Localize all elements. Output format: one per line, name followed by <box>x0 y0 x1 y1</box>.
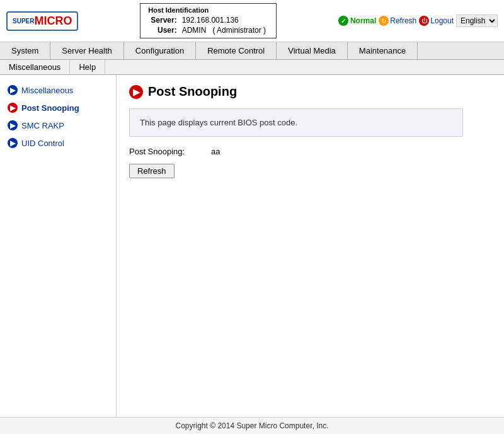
sub-nav: Miscellaneous Help <box>0 60 504 75</box>
sub-nav-item-help[interactable]: Help <box>70 60 105 74</box>
logo-area: SUPERMICRO <box>6 11 78 31</box>
server-value: 192.168.001.136 <box>180 15 268 25</box>
logo-micro-text: MICRO <box>34 14 72 28</box>
sidebar-item-post-snooping[interactable]: ▶ Post Snooping <box>0 99 116 117</box>
logout-icon: ⏻ <box>419 16 429 26</box>
uid-control-arrow-icon: ▶ <box>8 138 18 148</box>
content-area: ▶ Miscellaneous ▶ Post Snooping ▶ SMC RA… <box>0 75 504 428</box>
sidebar-item-uid-control-label: UID Control <box>21 139 64 148</box>
refresh-icon: ↻ <box>379 16 389 26</box>
main-nav: System Server Health Configuration Remot… <box>0 42 504 60</box>
post-snooping-field-row: Post Snooping: aa <box>129 147 491 156</box>
status-icon: ✓ <box>338 16 348 26</box>
refresh-button[interactable]: Refresh <box>129 164 175 178</box>
sidebar-item-smc-rakp-label: SMC RAKP <box>21 121 64 130</box>
status-normal: ✓ Normal <box>338 16 376 26</box>
supermicro-logo: SUPERMICRO <box>6 11 78 31</box>
nav-item-maintenance[interactable]: Maintenance <box>348 42 418 59</box>
sidebar-item-smc-rakp[interactable]: ▶ SMC RAKP <box>0 117 116 134</box>
info-text: This page displays current BIOS post cod… <box>140 118 297 127</box>
sidebar-item-miscellaneous[interactable]: ▶ Miscellaneous <box>0 81 116 99</box>
user-label: User: <box>148 25 179 35</box>
host-identification-title: Host Identification <box>148 6 268 14</box>
nav-item-virtual-media[interactable]: Virtual Media <box>277 42 348 59</box>
info-box: This page displays current BIOS post cod… <box>129 108 463 137</box>
logo-super-text: SUPER <box>13 18 34 25</box>
server-label: Server: <box>148 15 179 25</box>
sub-nav-item-miscellaneous[interactable]: Miscellaneous <box>0 60 70 74</box>
header-refresh-label: Refresh <box>390 16 416 25</box>
header-refresh-link[interactable]: ↻ Refresh <box>379 16 416 26</box>
logout-link[interactable]: ⏻ Logout <box>419 16 454 26</box>
nav-item-configuration[interactable]: Configuration <box>124 42 196 59</box>
status-label: Normal <box>350 16 376 25</box>
smc-rakp-arrow-icon: ▶ <box>8 120 18 130</box>
footer: Copyright © 2014 Super Micro Computer, I… <box>0 417 504 434</box>
main-content: ▶ Post Snooping This page displays curre… <box>117 75 504 428</box>
host-info-table: Server: 192.168.001.136 User: ADMIN ( Ad… <box>148 15 268 35</box>
sidebar-item-post-snooping-label: Post Snooping <box>21 103 79 113</box>
post-snooping-label: Post Snooping: <box>129 147 211 156</box>
logout-label: Logout <box>430 16 454 25</box>
header-right: ✓ Normal ↻ Refresh ⏻ Logout English <box>338 14 498 27</box>
sidebar-item-miscellaneous-label: Miscellaneous <box>21 86 73 95</box>
page-title: Post Snooping <box>148 84 237 99</box>
header: SUPERMICRO Host Identification Server: 1… <box>0 0 504 42</box>
post-snooping-value: aa <box>211 147 220 156</box>
page-title-area: ▶ Post Snooping <box>129 84 491 99</box>
copyright-text: Copyright © 2014 Super Micro Computer, I… <box>176 421 329 430</box>
host-identification-box: Host Identification Server: 192.168.001.… <box>140 3 277 38</box>
sidebar: ▶ Miscellaneous ▶ Post Snooping ▶ SMC RA… <box>0 75 117 428</box>
post-snooping-arrow-icon: ▶ <box>8 103 18 113</box>
nav-item-remote-control[interactable]: Remote Control <box>196 42 277 59</box>
page-title-icon: ▶ <box>129 85 143 99</box>
sidebar-item-uid-control[interactable]: ▶ UID Control <box>0 134 116 152</box>
user-value: ADMIN ( Administrator ) <box>180 25 268 35</box>
nav-item-server-health[interactable]: Server Health <box>50 42 123 59</box>
miscellaneous-arrow-icon: ▶ <box>8 85 18 95</box>
nav-item-system[interactable]: System <box>0 42 50 59</box>
language-select[interactable]: English <box>456 14 498 27</box>
